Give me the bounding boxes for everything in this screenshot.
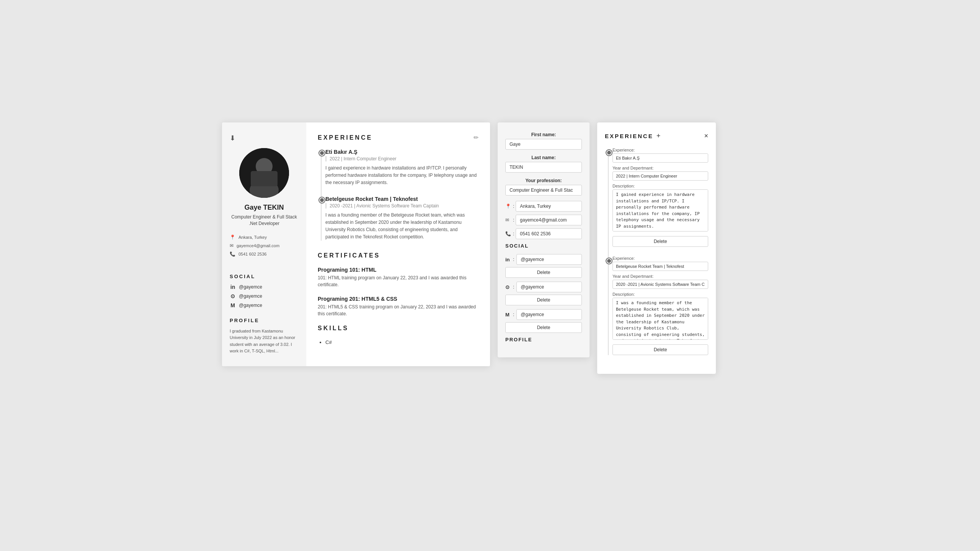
skills-title: SKILLS	[318, 325, 349, 332]
delete-exp2-button[interactable]: Delete	[612, 344, 708, 355]
profession-input[interactable]	[505, 185, 582, 196]
experience-title: EXPERIENCE	[318, 134, 372, 141]
linkedin-icon: in	[230, 284, 236, 290]
social-medium-row: M :	[505, 309, 582, 320]
cert-item-2: Programing 201: HTML5 & CSS 201: HTML5 &…	[318, 296, 479, 317]
email-input[interactable]	[516, 215, 582, 225]
profile-form-title: PROFILE	[505, 337, 582, 342]
exp-dot-2	[606, 258, 612, 264]
desc-1: I gained experience in hardware installa…	[325, 165, 479, 187]
exp2-desc-textarea[interactable]: I was a founding member of the Betelgeus…	[612, 298, 708, 340]
location-form-icon: 📍	[505, 204, 511, 209]
page-wrapper: ⬇ Gaye TEKIN Computer Engineer & Full St…	[222, 122, 758, 429]
medium-form-icon: M	[505, 312, 511, 318]
location-input[interactable]	[516, 201, 582, 212]
contact-phone: 📞 0541 602 2536	[230, 251, 299, 257]
phone-form-icon: 📞	[505, 231, 511, 236]
last-name-group: Last name:	[505, 155, 582, 173]
skill-item-1: C#	[325, 339, 479, 345]
exp2-year-input[interactable]	[612, 280, 708, 289]
year-1: 2022 | Intern Computer Engineer	[325, 156, 479, 161]
github-form-icon: ⊙	[505, 284, 511, 290]
social-medium-group: M : Delete	[505, 309, 582, 333]
exp-item-1: Experience: Year and Depertmant: Descrip…	[612, 148, 708, 247]
social-medium: M @gayemce	[230, 302, 299, 308]
location-row: 📍 :	[505, 201, 582, 212]
edit-icon[interactable]: ✏	[474, 134, 479, 141]
cert-desc-2: 201: HTML5 & CSS training program on Jan…	[318, 303, 479, 317]
delete-github-button[interactable]: Delete	[505, 295, 582, 305]
cv-profession: Computer Engineer & Full Stack .Net Deve…	[230, 214, 299, 227]
profile-text: I graduated from Kastamonu University in…	[230, 328, 299, 355]
first-name-group: First name:	[505, 132, 582, 150]
social-section-title: SOCIAL	[230, 274, 299, 279]
experience-header: EXPERIENCE ✏	[318, 134, 479, 141]
exp-panel-title: EXPERIENCE	[605, 133, 653, 139]
year-2: 2020 -2021 | Avionic Systems Software Te…	[325, 203, 479, 209]
linkedin-form-icon: in	[505, 257, 511, 262]
skills-header: SKILLS	[318, 325, 479, 332]
close-panel-button[interactable]: ×	[704, 132, 708, 140]
experience-panel: EXPERIENCE + × Experience: Year and Depe…	[597, 122, 716, 374]
exp1-desc-textarea[interactable]: I gained experience in hardware installa…	[612, 189, 708, 231]
email-form-icon: ✉	[505, 217, 511, 223]
first-name-label: First name:	[505, 132, 582, 137]
exp2-experience-input[interactable]	[612, 262, 708, 271]
medium-icon: M	[230, 302, 236, 308]
social-github-group: ⊙ : Delete	[505, 282, 582, 305]
exp1-experience-label: Experience:	[612, 148, 708, 152]
linkedin-input[interactable]	[516, 254, 582, 265]
exp1-year-input[interactable]	[612, 171, 708, 181]
timeline-dot-2	[319, 197, 325, 203]
social-github: ⊙ @gayemce	[230, 293, 299, 299]
last-name-label: Last name:	[505, 155, 582, 160]
cv-panel: ⬇ Gaye TEKIN Computer Engineer & Full St…	[222, 122, 490, 366]
location-icon: 📍	[230, 235, 235, 240]
phone-icon: 📞	[230, 251, 235, 257]
timeline-dot-1	[319, 150, 325, 156]
exp-timeline: Experience: Year and Depertmant: Descrip…	[605, 148, 708, 355]
company-2: Betelgeuse Rocket Team | Teknofest	[325, 196, 479, 202]
social-linkedin: in @gayemce	[230, 284, 299, 290]
github-input[interactable]	[516, 282, 582, 292]
desc-2: I was a founding member of the Betelgeus…	[325, 212, 479, 241]
profession-group: Your profession:	[505, 178, 582, 196]
avatar	[239, 148, 289, 198]
certificates-header: CERTIFICATES	[318, 252, 479, 259]
medium-input[interactable]	[516, 309, 582, 320]
add-experience-button[interactable]: +	[657, 132, 661, 140]
skills-list: C#	[318, 339, 479, 345]
avatar-image	[239, 148, 289, 198]
social-linkedin-group: in : Delete	[505, 254, 582, 278]
last-name-input[interactable]	[505, 162, 582, 173]
cv-contact: 📍 Ankara, Turkey ✉ gayemce4@gmail.com 📞 …	[230, 235, 299, 260]
contact-location: 📍 Ankara, Turkey	[230, 235, 299, 240]
experience-timeline: Eti Bakır A.Ş 2022 | Intern Computer Eng…	[318, 149, 479, 241]
delete-linkedin-button[interactable]: Delete	[505, 267, 582, 278]
cv-sidebar: ⬇ Gaye TEKIN Computer Engineer & Full St…	[222, 122, 306, 366]
phone-input[interactable]	[516, 228, 582, 239]
social-github-row: ⊙ :	[505, 282, 582, 292]
cv-main: EXPERIENCE ✏ Eti Bakır A.Ş 2022 | Intern…	[306, 122, 490, 366]
cert-desc-1: 101: HTML training program on January 22…	[318, 274, 479, 288]
delete-medium-button[interactable]: Delete	[505, 322, 582, 333]
exp1-desc-label: Description:	[612, 184, 708, 188]
timeline-item-2: Betelgeuse Rocket Team | Teknofest 2020 …	[325, 196, 479, 241]
download-icon[interactable]: ⬇	[230, 134, 235, 142]
exp-panel-header: EXPERIENCE + ×	[605, 132, 708, 140]
social-form-title: SOCIAL	[505, 243, 582, 249]
company-1: Eti Bakır A.Ş	[325, 149, 479, 155]
first-name-input[interactable]	[505, 139, 582, 150]
edit-panel: First name: Last name: Your profession: …	[498, 122, 590, 357]
github-icon: ⊙	[230, 293, 236, 299]
certificates-title: CERTIFICATES	[318, 252, 380, 259]
svg-rect-3	[251, 171, 278, 186]
cert-title-1: Programing 101: HTML	[318, 267, 479, 273]
phone-row: 📞 :	[505, 228, 582, 239]
exp1-experience-input[interactable]	[612, 153, 708, 163]
social-linkedin-row: in :	[505, 254, 582, 265]
delete-exp1-button[interactable]: Delete	[612, 236, 708, 247]
profile-section-title: PROFILE	[230, 318, 299, 323]
cert-item-1: Programing 101: HTML 101: HTML training …	[318, 267, 479, 288]
timeline-item-1: Eti Bakır A.Ş 2022 | Intern Computer Eng…	[325, 149, 479, 187]
